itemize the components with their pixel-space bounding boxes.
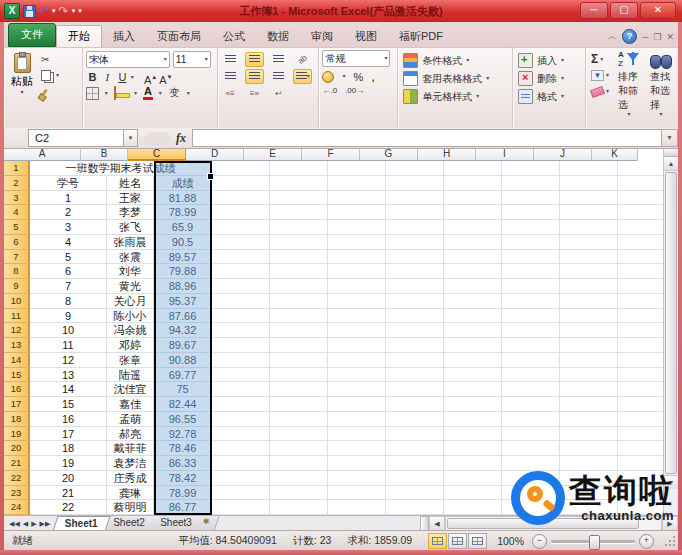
cell[interactable]	[328, 161, 386, 176]
ribbon-tab-页面布局[interactable]: 页面布局	[146, 26, 212, 47]
cell[interactable]: 张章	[107, 353, 154, 368]
cell[interactable]	[618, 205, 664, 220]
cell[interactable]: 5	[30, 250, 107, 265]
grow-font-button[interactable]: A▲	[144, 70, 157, 84]
cell[interactable]	[270, 279, 328, 294]
vertical-scroll-thumb[interactable]	[665, 172, 677, 474]
cell[interactable]	[386, 500, 444, 515]
cell[interactable]	[444, 471, 502, 486]
cell[interactable]: 90.5	[154, 235, 212, 250]
cell[interactable]	[618, 412, 664, 427]
cell[interactable]	[386, 205, 444, 220]
cell[interactable]: 沈佳宜	[107, 382, 154, 397]
cell[interactable]: 3	[30, 220, 107, 235]
currency-icon[interactable]	[322, 71, 334, 83]
help-icon[interactable]: ?	[622, 29, 637, 44]
first-sheet-icon[interactable]: ◀◀	[9, 520, 20, 528]
cell[interactable]	[444, 323, 502, 338]
row-header-14[interactable]: 14	[4, 353, 30, 368]
cell[interactable]: 7	[30, 279, 107, 294]
font-family-select[interactable]: 宋体▾	[86, 51, 170, 68]
cell[interactable]	[560, 205, 618, 220]
cell[interactable]	[328, 456, 386, 471]
ribbon-tab-福昕PDF[interactable]: 福昕PDF	[388, 26, 454, 47]
resize-grip[interactable]	[664, 535, 676, 547]
cell[interactable]	[560, 412, 618, 427]
percent-button[interactable]: %	[353, 71, 363, 83]
cell[interactable]	[212, 176, 270, 191]
ribbon-tab-数据[interactable]: 数据	[256, 26, 300, 47]
cell[interactable]	[212, 397, 270, 412]
cell[interactable]	[386, 427, 444, 442]
cell[interactable]	[618, 309, 664, 324]
save-icon[interactable]	[23, 5, 36, 18]
cell[interactable]: 郝亮	[107, 427, 154, 442]
cell[interactable]	[560, 235, 618, 250]
cell[interactable]	[502, 456, 560, 471]
row-header-12[interactable]: 12	[4, 323, 30, 338]
cell[interactable]	[270, 294, 328, 309]
cell[interactable]	[386, 250, 444, 265]
row-header-10[interactable]: 10	[4, 294, 30, 309]
cell[interactable]: 张飞	[107, 220, 154, 235]
align-center-button[interactable]	[245, 69, 264, 84]
row-header-21[interactable]: 21	[4, 456, 30, 471]
cell[interactable]	[502, 309, 560, 324]
cell[interactable]	[212, 486, 270, 501]
clear-button[interactable]: ▾	[589, 84, 611, 98]
cell[interactable]: 王家	[107, 191, 154, 206]
formula-input[interactable]	[192, 129, 661, 147]
row-header-8[interactable]: 8	[4, 264, 30, 279]
cell[interactable]	[212, 264, 270, 279]
row-header-3[interactable]: 3	[4, 191, 30, 206]
column-header-I[interactable]: I	[476, 148, 534, 161]
cell[interactable]	[386, 176, 444, 191]
number-format-select[interactable]: 常规▾	[322, 50, 390, 67]
cell[interactable]	[270, 323, 328, 338]
column-header-K[interactable]: K	[592, 148, 638, 161]
cell[interactable]: 15	[30, 397, 107, 412]
cut-button[interactable]: ✂	[39, 52, 61, 66]
format-painter-button[interactable]	[39, 84, 61, 98]
decrease-indent-button[interactable]: «≡	[221, 86, 240, 101]
wrap-text-button[interactable]: ↩	[269, 86, 288, 101]
cell[interactable]	[386, 353, 444, 368]
copy-button[interactable]: ▾	[39, 68, 61, 82]
ribbon-tab-插入[interactable]: 插入	[102, 26, 146, 47]
cell[interactable]	[444, 500, 502, 515]
cell[interactable]	[386, 471, 444, 486]
cell[interactable]	[560, 191, 618, 206]
format-as-table-button[interactable]: 套用表格格式▾	[401, 71, 509, 86]
cell[interactable]: 94.32	[154, 323, 212, 338]
column-header-A[interactable]: A	[4, 148, 81, 161]
cell[interactable]: 13	[30, 368, 107, 383]
cell[interactable]: 10	[30, 323, 107, 338]
cell[interactable]	[560, 220, 618, 235]
cell[interactable]: 82.44	[154, 397, 212, 412]
zoom-out-button[interactable]: −	[532, 534, 547, 549]
cell[interactable]	[444, 486, 502, 501]
cell[interactable]: 86.33	[154, 456, 212, 471]
cell[interactable]: 90.88	[154, 353, 212, 368]
cell[interactable]	[386, 220, 444, 235]
cell[interactable]	[560, 264, 618, 279]
cell[interactable]	[270, 176, 328, 191]
underline-button[interactable]: U	[116, 70, 129, 84]
insert-function-icon[interactable]: fx	[176, 131, 186, 146]
doc-close-icon[interactable]: ✕	[666, 32, 674, 42]
cell[interactable]	[270, 500, 328, 515]
cell[interactable]	[618, 279, 664, 294]
column-header-E[interactable]: E	[244, 148, 302, 161]
row-header-9[interactable]: 9	[4, 279, 30, 294]
qat-customize-icon[interactable]: ▾	[78, 7, 82, 15]
vertical-split-handle[interactable]	[664, 148, 678, 157]
ribbon-tab-审阅[interactable]: 审阅	[300, 26, 344, 47]
cell[interactable]	[444, 279, 502, 294]
increase-decimal-button[interactable]: ←.0	[322, 86, 337, 95]
redo-icon[interactable]: ↷	[59, 5, 69, 17]
maximize-button[interactable]: ▢	[610, 2, 638, 19]
expand-formula-bar-icon[interactable]: ▼	[661, 129, 678, 147]
file-tab[interactable]: 文件	[8, 23, 56, 47]
cell[interactable]	[560, 441, 618, 456]
cell[interactable]	[328, 397, 386, 412]
